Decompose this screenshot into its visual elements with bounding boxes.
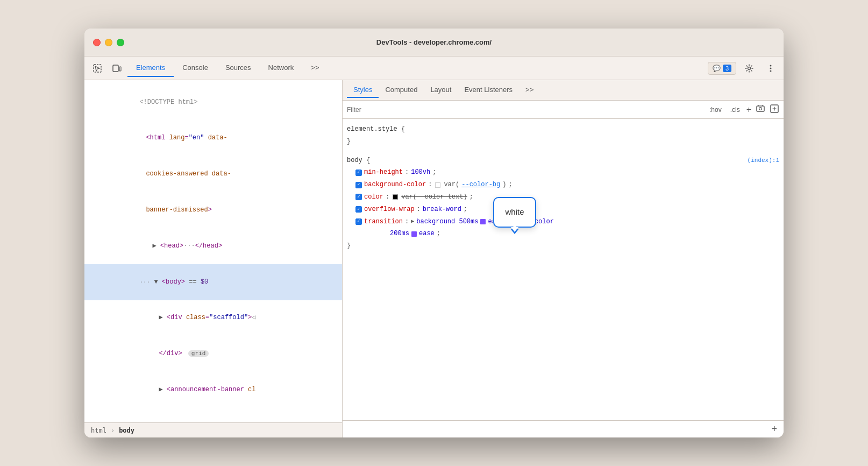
svg-point-4 xyxy=(770,65,772,66)
dom-banner-attr1: "cookie-banner hairline xyxy=(84,408,342,422)
main-toolbar: Elements Console Sources Network >> 💬 3 xyxy=(84,57,784,80)
styles-tabs: Styles Computed Layout Event Listeners >… xyxy=(343,80,784,101)
inspect-element-icon[interactable] xyxy=(89,60,106,77)
cls-button[interactable]: .cls xyxy=(728,105,742,115)
traffic-lights xyxy=(93,39,124,46)
prop-value-transition3: 200ms xyxy=(390,228,409,240)
color-swatch-text[interactable] xyxy=(393,194,398,200)
tab-styles[interactable]: Styles xyxy=(347,82,379,98)
prop-transition-cont: 200ms ease ; xyxy=(347,228,779,240)
toolbar-right: 💬 3 xyxy=(708,60,779,77)
styles-filter-toolbar: :hov .cls + xyxy=(343,101,784,119)
dom-doctype: <!DOCTYPE html> xyxy=(84,84,342,121)
tab-sources[interactable]: Sources xyxy=(217,59,260,77)
prop-background-color: background-color : var(--color-bg) ; xyxy=(347,179,779,191)
checkbox-bg-color[interactable] xyxy=(355,182,362,188)
dom-head[interactable]: ▶ <head>···</head> xyxy=(84,228,342,264)
body-rule: body { (index):1 min-height : 100vh ; xyxy=(347,154,779,252)
prop-min-height: min-height : 100vh ; xyxy=(347,166,779,179)
device-toolbar-icon[interactable] xyxy=(108,60,125,77)
body-selector: body { xyxy=(347,154,370,167)
dom-div-scaffold[interactable]: ▶ <div class="scaffold">◁ xyxy=(84,300,342,336)
main-content: <!DOCTYPE html> <html lang="en" data- co… xyxy=(84,80,784,437)
prop-value-transition4: ease xyxy=(419,228,435,240)
rule-origin[interactable]: (index):1 xyxy=(748,155,779,166)
breadcrumb: html › body xyxy=(84,422,342,437)
checkbox-color[interactable] xyxy=(355,194,362,200)
tab-elements[interactable]: Elements xyxy=(127,59,174,77)
tab-layout[interactable]: Layout xyxy=(424,82,458,98)
styles-content[interactable]: element.style { } body { (index):1 min-h… xyxy=(343,119,784,420)
element-style-rule: element.style { } xyxy=(347,123,779,148)
prop-name-color: color xyxy=(364,191,383,203)
tab-network[interactable]: Network xyxy=(260,59,303,77)
svg-rect-2 xyxy=(119,67,121,71)
console-icon: 💬 xyxy=(713,65,721,72)
color-tooltip: white xyxy=(493,197,536,228)
prop-name-transition: transition xyxy=(364,216,403,228)
more-options-icon[interactable] xyxy=(762,60,779,77)
styles-footer: + xyxy=(343,420,784,437)
prop-name-overflow-wrap: overflow-wrap xyxy=(364,203,415,216)
prop-link-color-bg[interactable]: --color-bg xyxy=(461,179,500,191)
dom-banner[interactable]: ▶ <announcement-banner cl xyxy=(84,372,342,408)
styles-screenshot-icon[interactable] xyxy=(756,104,765,115)
checkbox-transition[interactable] xyxy=(355,218,362,225)
transition-expand-arrow[interactable]: ▶ xyxy=(411,216,414,227)
tab-event-listeners[interactable]: Event Listeners xyxy=(458,82,519,98)
tooltip-text: white xyxy=(505,207,524,216)
checkbox-overflow-wrap[interactable] xyxy=(355,206,362,213)
window-title: DevTools - developer.chrome.com/ xyxy=(376,38,492,46)
styles-toolbar-icons: + xyxy=(746,104,779,115)
dom-tree[interactable]: <!DOCTYPE html> <html lang="en" data- co… xyxy=(84,80,342,422)
dom-html-tag-cont: cookies-answered data- xyxy=(84,157,342,193)
prop-name-bg-color: background-color xyxy=(364,179,426,191)
maximize-button[interactable] xyxy=(117,39,124,46)
ease-in-out-checkbox[interactable] xyxy=(480,219,486,224)
checkbox-min-height[interactable] xyxy=(355,170,362,176)
main-tabs: Elements Console Sources Network >> xyxy=(127,59,706,77)
svg-rect-7 xyxy=(757,106,764,111)
dom-div-close: </div> grid xyxy=(84,336,342,372)
title-bar: DevTools - developer.chrome.com/ xyxy=(84,29,784,57)
breadcrumb-body[interactable]: body xyxy=(119,427,134,434)
prop-value-min-height: 100vh xyxy=(411,166,430,179)
hov-button[interactable]: :hov xyxy=(707,105,724,115)
prop-transition: transition : ▶ background 500ms ease-in-… xyxy=(347,216,779,228)
minimize-button[interactable] xyxy=(105,39,112,46)
settings-icon[interactable] xyxy=(741,60,758,77)
svg-point-6 xyxy=(770,70,772,72)
dom-body[interactable]: ··· ▼ <body> == $0 xyxy=(84,264,342,300)
prop-overflow-wrap: overflow-wrap : break-word ; xyxy=(347,203,779,216)
tab-more[interactable]: >> xyxy=(302,59,328,77)
add-style-rule-button[interactable]: + xyxy=(771,423,777,435)
svg-point-5 xyxy=(770,67,772,69)
tab-styles-more[interactable]: >> xyxy=(519,82,540,98)
prop-name-min-height: min-height xyxy=(364,166,403,179)
svg-point-3 xyxy=(748,67,751,69)
console-badge-count: 3 xyxy=(723,65,731,72)
prop-value-transition: background 500ms xyxy=(416,216,478,228)
dom-html-tag[interactable]: <html lang="en" data- xyxy=(84,121,342,157)
breadcrumb-html[interactable]: html xyxy=(91,427,106,434)
tab-computed[interactable]: Computed xyxy=(379,82,424,98)
body-rule-close: } xyxy=(347,240,779,252)
close-button[interactable] xyxy=(93,39,101,46)
prop-value-bg-color-post: ) xyxy=(502,179,506,191)
dom-panel-wrapper: <!DOCTYPE html> <html lang="en" data- co… xyxy=(84,80,343,437)
dom-html-tag-cont2: banner-dismissed> xyxy=(84,192,342,228)
tooltip-arrow-inner xyxy=(511,227,518,232)
styles-filter-input[interactable] xyxy=(347,106,703,114)
styles-expand-icon[interactable] xyxy=(770,104,779,115)
devtools-window: DevTools - developer.chrome.com/ Element… xyxy=(84,29,784,437)
tab-console[interactable]: Console xyxy=(174,59,217,77)
bg-color-swatch[interactable] xyxy=(435,182,440,188)
console-badge-button[interactable]: 💬 3 xyxy=(708,62,736,75)
svg-rect-1 xyxy=(113,65,118,72)
ease-checkbox[interactable] xyxy=(411,231,417,237)
devtools-body: Elements Console Sources Network >> 💬 3 xyxy=(84,57,784,437)
element-style-close: } xyxy=(347,136,779,148)
element-style-selector: element.style { xyxy=(347,123,779,136)
prop-value-bg-color-pre: var( xyxy=(444,179,459,191)
plus-state-icon[interactable]: + xyxy=(746,105,751,115)
